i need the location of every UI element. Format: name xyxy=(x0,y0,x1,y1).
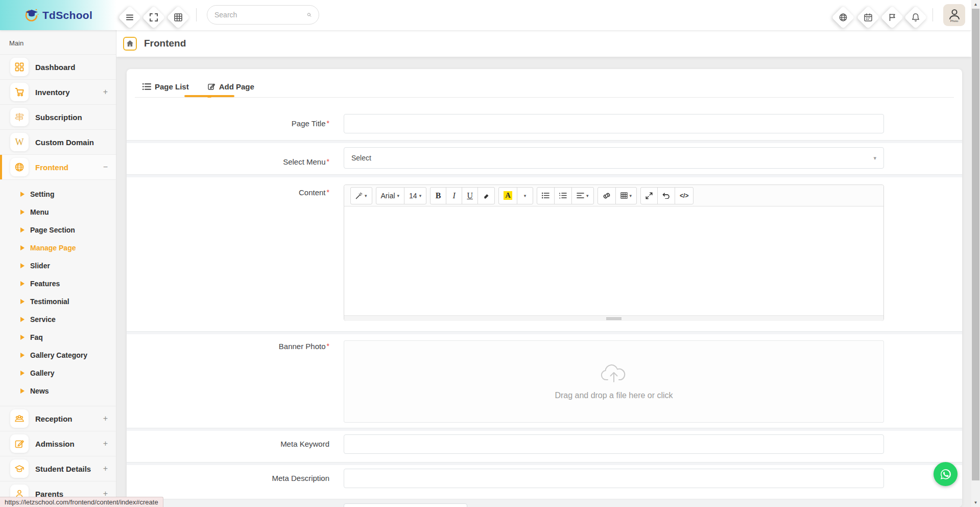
sidebar-subitem-service[interactable]: Service xyxy=(0,310,116,328)
form-row-content: Content* ▾ Arial▾ 14▾ xyxy=(127,177,962,331)
sidebar-item-label: Dashboard xyxy=(35,63,75,72)
banner-photo-dropzone[interactable]: Drag and drop a file here or click xyxy=(344,340,884,423)
search-input[interactable] xyxy=(214,11,307,19)
sidebar-subitem-page-section[interactable]: Page Section xyxy=(0,221,116,239)
page-title-label: Page Title* xyxy=(135,119,329,128)
code-view-button[interactable]: </> xyxy=(675,187,694,204)
sidebar-subitem-news[interactable]: News xyxy=(0,382,116,400)
sidebar-item-admission[interactable]: Admission + xyxy=(0,431,116,456)
banner-photo-label: Banner Photo* xyxy=(135,342,329,351)
sidebar-subitem-gallery[interactable]: Gallery xyxy=(0,364,116,382)
editor-toolbar: ▾ Arial▾ 14▾ B I U xyxy=(344,185,883,206)
insert-table-button[interactable]: ▾ xyxy=(615,187,637,204)
font-size-button[interactable]: 14▾ xyxy=(404,187,426,204)
tab-bar: Page List Add Page xyxy=(127,78,254,95)
sidebar-item-dashboard[interactable]: Dashboard xyxy=(0,54,116,79)
scroll-down-button[interactable]: ▼ xyxy=(971,498,980,507)
triangle-icon xyxy=(20,388,25,394)
triangle-icon xyxy=(20,317,25,322)
scrollbar-thumb[interactable] xyxy=(972,9,979,480)
unordered-list-button[interactable] xyxy=(537,187,555,204)
expand-plus-icon[interactable]: + xyxy=(103,465,108,473)
required-asterisk: * xyxy=(327,119,329,127)
sidebar-item-inventory[interactable]: Inventory + xyxy=(0,79,116,104)
paragraph-align-button[interactable]: ▾ xyxy=(571,187,594,204)
undo-button[interactable] xyxy=(657,187,675,204)
insert-link-button[interactable] xyxy=(597,187,616,204)
sidebar-item-frontend[interactable]: Frontend − xyxy=(0,154,116,179)
logo[interactable]: TdSchool xyxy=(0,0,116,30)
expand-plus-icon[interactable]: + xyxy=(103,88,108,96)
scroll-up-button[interactable]: ▲ xyxy=(971,0,980,9)
globe-icon xyxy=(839,13,848,22)
editor-content-area[interactable] xyxy=(344,206,883,315)
subitem-label: Setting xyxy=(30,190,54,198)
meta-keyword-input[interactable] xyxy=(344,434,884,454)
home-button[interactable] xyxy=(123,37,137,51)
resize-grip-icon xyxy=(606,317,622,320)
sidebar-subitem-faq[interactable]: Faq xyxy=(0,328,116,346)
calendar-button[interactable] xyxy=(857,6,879,29)
partial-input[interactable] xyxy=(344,503,467,507)
tab-page-list[interactable]: Page List xyxy=(142,82,189,91)
language-button[interactable] xyxy=(832,6,854,29)
report-flag-button[interactable] xyxy=(881,6,903,29)
sidebar-subitem-testimonial[interactable]: Testimonial xyxy=(0,292,116,310)
tab-add-page[interactable]: Add Page xyxy=(207,82,254,91)
sidebar-subitem-manage-page[interactable]: Manage Page xyxy=(0,239,116,257)
top-header: TdSchool xyxy=(0,0,971,30)
sidebar-section-label: Main xyxy=(0,30,116,54)
expand-plus-icon[interactable]: + xyxy=(103,440,108,448)
bold-button[interactable]: B xyxy=(430,187,446,204)
sidebar-subitem-setting[interactable]: Setting xyxy=(0,185,116,203)
sidebar-item-custom-domain[interactable]: W Custom Domain xyxy=(0,129,116,154)
editor-resize-handle[interactable] xyxy=(344,315,883,321)
subitem-label: Features xyxy=(30,280,60,288)
dashboard-icon xyxy=(10,58,29,76)
tab-label: Page List xyxy=(155,82,189,91)
expand-plus-icon[interactable]: + xyxy=(103,414,108,423)
search-icon[interactable] xyxy=(307,11,312,19)
meta-description-input[interactable] xyxy=(344,469,884,488)
sidebar-subitem-menu[interactable]: Menu xyxy=(0,203,116,221)
dropzone-text: Drag and drop a file here or click xyxy=(555,391,673,400)
required-asterisk: * xyxy=(327,157,329,166)
fullscreen-editor-button[interactable] xyxy=(640,187,658,204)
sidebar-toggle-button[interactable] xyxy=(118,6,141,29)
page-title-input[interactable] xyxy=(344,114,884,133)
font-color-button[interactable]: A xyxy=(498,187,517,204)
subitem-label: Service xyxy=(30,315,56,324)
sidebar-item-subscription[interactable]: Subscription xyxy=(0,104,116,129)
fullscreen-button[interactable] xyxy=(142,6,165,29)
ordered-list-button[interactable] xyxy=(554,187,572,204)
italic-button[interactable]: I xyxy=(446,187,462,204)
select-menu-dropdown[interactable]: Select ▾ xyxy=(344,147,884,169)
sidebar-item-student-details[interactable]: Student Details + xyxy=(0,456,116,481)
chevron-down-icon: ▾ xyxy=(873,155,876,162)
sidebar-subitem-gallery-category[interactable]: Gallery Category xyxy=(0,346,116,364)
sidebar-subitem-slider[interactable]: Slider xyxy=(0,257,116,274)
sidebar-item-reception[interactable]: Reception + xyxy=(0,406,116,431)
magic-wand-icon xyxy=(355,192,363,199)
sidebar-subitem-features[interactable]: Features xyxy=(0,274,116,292)
form-row-page-title: Page Title* xyxy=(127,98,962,140)
next-row-partial xyxy=(127,499,962,507)
chevron-down-icon: ▾ xyxy=(397,193,400,198)
underline-button[interactable]: U xyxy=(462,187,478,204)
triangle-icon xyxy=(20,227,25,233)
style-magic-button[interactable]: ▾ xyxy=(350,187,372,204)
content-card: Page List Add Page Page Title* Select Me… xyxy=(127,69,962,507)
font-family-button[interactable]: Arial▾ xyxy=(376,187,405,204)
collapse-minus-icon[interactable]: − xyxy=(103,163,108,171)
triangle-icon xyxy=(20,299,25,304)
whatsapp-button[interactable] xyxy=(934,462,958,486)
status-bar-url: https://letzschool.com/frontend/content/… xyxy=(0,497,163,507)
font-color-dropdown-button[interactable]: ▾ xyxy=(517,187,533,204)
user-avatar[interactable]: Photo xyxy=(943,4,965,26)
notifications-button[interactable] xyxy=(904,6,927,29)
vertical-scrollbar[interactable]: ▲ ▼ xyxy=(971,0,980,507)
apps-grid-button[interactable] xyxy=(167,6,189,29)
triangle-icon xyxy=(20,281,25,286)
clear-format-button[interactable] xyxy=(477,187,495,204)
subitem-label: Testimonial xyxy=(30,297,69,306)
